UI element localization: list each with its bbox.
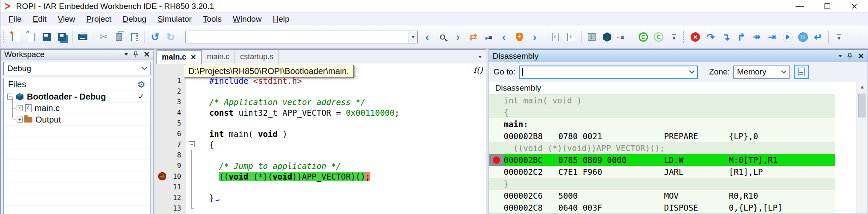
scrollbar-thumb[interactable]	[858, 94, 866, 117]
menu-file[interactable]: File	[3, 14, 27, 25]
menu-tools[interactable]: Tools	[197, 14, 227, 25]
code-coverage-toggle-button[interactable]	[794, 65, 809, 79]
gear-icon[interactable]: ⚙	[137, 80, 145, 90]
code-text[interactable]: /* Jump to application */	[199, 161, 486, 171]
menu-window[interactable]: Window	[227, 14, 267, 25]
run-to-cursor-icon[interactable]: ⇥	[764, 30, 780, 44]
step-into-icon[interactable]: ↴	[718, 30, 734, 44]
swap-navigate-icon[interactable]: ⇄	[466, 30, 481, 44]
workspace-close-icon[interactable]: ✕	[144, 51, 150, 58]
disassembly-gutter[interactable]	[489, 142, 503, 154]
disassembly-gutter[interactable]	[489, 202, 503, 214]
code-line-13[interactable]: 13	[156, 203, 486, 214]
chevron-down-icon[interactable]	[689, 68, 694, 74]
download-and-debug-icon[interactable]: ↓	[599, 30, 615, 44]
line-number[interactable]: 4	[156, 108, 186, 117]
menu-view[interactable]: View	[52, 14, 81, 25]
fold-collapse-icon[interactable]: −	[189, 141, 195, 147]
code-line-10[interactable]: 10 ((void (*)(void))APP_VECTOR)();	[156, 171, 486, 182]
line-number[interactable]: 11	[156, 183, 186, 191]
find-input[interactable]	[186, 31, 408, 43]
copy-icon[interactable]	[111, 30, 127, 44]
goto-combobox[interactable]	[519, 66, 698, 79]
previous-document-icon[interactable]	[548, 30, 563, 44]
restore-icon[interactable]	[813, 0, 841, 12]
disassembly-row[interactable]: }	[489, 178, 835, 190]
code-line-3[interactable]: 3/* Application vector address */	[156, 97, 486, 107]
workspace-pin-icon[interactable]	[133, 51, 139, 58]
tab-cstartup-s-2[interactable]: cstartup.s	[235, 50, 279, 64]
disassembly-gutter[interactable]	[489, 190, 503, 202]
disassembly-gutter[interactable]	[489, 94, 503, 106]
tree-row-output[interactable]: +Output	[4, 114, 150, 126]
toolbar-grip[interactable]	[683, 31, 685, 43]
disassembly-row[interactable]: 000002C65000MOVR0,R10	[489, 190, 835, 202]
disassembly-row-current[interactable]: 000002BC0785 0809 0000LD.WM:0[TP],R1	[489, 154, 835, 166]
toolbar-overflow-icon[interactable]: ▾	[666, 30, 682, 44]
menu-help[interactable]: Help	[267, 14, 295, 25]
toggle-bookmark-icon[interactable]	[512, 30, 527, 44]
tab-main-c-1[interactable]: main.c	[202, 50, 235, 64]
line-number[interactable]: 2	[156, 87, 186, 95]
menu-simulator[interactable]: Simulator	[152, 14, 197, 25]
code-text[interactable]: /* Application vector address */	[199, 97, 486, 107]
line-number[interactable]: 9	[156, 162, 186, 170]
menu-project[interactable]: Project	[81, 14, 117, 25]
save-icon[interactable]	[39, 30, 54, 44]
reset-icon[interactable]: ↵	[810, 30, 826, 44]
disassembly-pin-icon[interactable]	[847, 53, 853, 59]
disassembly-row[interactable]: 000002C2C7E1 F960JARL[R1],LP	[489, 166, 835, 178]
next-document-icon[interactable]	[563, 30, 579, 44]
code-text[interactable]: int main( void )	[199, 129, 486, 139]
code-line-5[interactable]: 5	[156, 118, 486, 128]
next-bookmark-icon[interactable]: ›	[527, 30, 542, 44]
code-line-4[interactable]: 4const uint32_t APP_VECTOR = 0x00110000;	[156, 107, 486, 118]
disassembly-row[interactable]: 000002B80780 0021PREPARE{LP},0	[489, 130, 835, 142]
quick-find-next-icon[interactable]: ›	[450, 30, 466, 44]
disassembly-content[interactable]: Disassembly int main( void ){main:000002…	[489, 82, 868, 214]
tab-list-dropdown-icon[interactable]	[478, 56, 482, 58]
go-icon[interactable]	[780, 30, 795, 44]
print-icon[interactable]	[75, 30, 90, 44]
compile-icon[interactable]: C	[651, 30, 666, 44]
tree-row-main-c[interactable]: +main.c	[4, 103, 150, 114]
disassembly-gutter[interactable]	[489, 106, 503, 118]
scroll-up-icon[interactable]: ▲	[857, 82, 868, 92]
find-dropdown-arrow[interactable]	[408, 31, 417, 43]
disassembly-row[interactable]: {	[489, 106, 835, 118]
disassembly-row[interactable]: ((void (*)(void))APP_VECTOR)();	[489, 142, 835, 154]
toolbar-grip[interactable]	[3, 31, 6, 43]
line-number[interactable]: 6	[156, 130, 186, 138]
pause-icon[interactable]	[795, 30, 810, 44]
new-document-icon[interactable]	[8, 30, 23, 44]
code-line-7[interactable]: 7−{	[156, 139, 486, 150]
disassembly-scrollbar[interactable]: ▲	[856, 82, 868, 214]
breakpoint-execution-icon[interactable]	[158, 172, 167, 183]
bookmark-list-icon[interactable]: ▶≡	[481, 30, 496, 44]
menu-debug[interactable]: Debug	[117, 14, 152, 25]
redo-icon[interactable]: ↻	[163, 30, 178, 44]
fold-margin[interactable]: −	[186, 139, 199, 150]
disassembly-gutter[interactable]	[489, 118, 503, 130]
code-line-2[interactable]: 2	[156, 86, 486, 97]
code-text[interactable]: }	[199, 193, 486, 203]
toolbar-overflow-icon[interactable]: ▾	[831, 30, 847, 44]
close-tab-icon[interactable]: ✕	[191, 53, 196, 61]
function-selector-icon[interactable]: f()	[474, 65, 483, 74]
configuration-selector[interactable]: Debug	[3, 62, 151, 75]
minimize-icon[interactable]: —	[786, 0, 813, 12]
tree-row-project[interactable]: −Bootloader - Debug✓	[4, 91, 150, 103]
line-number[interactable]: 3	[156, 98, 186, 106]
next-statement-icon[interactable]: ↠	[749, 30, 764, 44]
make-icon[interactable]: C	[636, 30, 651, 44]
expand-icon[interactable]: +	[17, 117, 23, 123]
expand-icon[interactable]: +	[17, 105, 23, 111]
paste-icon[interactable]	[127, 30, 142, 44]
step-out-icon[interactable]: ↱	[734, 30, 749, 44]
disassembly-row[interactable]: 000002C80640 003FDISPOSE0,{LP},[LP]	[489, 202, 835, 214]
open-document-icon[interactable]	[23, 30, 39, 44]
menu-edit[interactable]: Edit	[27, 14, 52, 25]
debug-without-downloading-icon[interactable]: ≡	[615, 30, 630, 44]
step-over-icon[interactable]: ↷	[703, 30, 718, 44]
code-text[interactable]: const uint32_t APP_VECTOR = 0x00110000;	[199, 108, 486, 117]
